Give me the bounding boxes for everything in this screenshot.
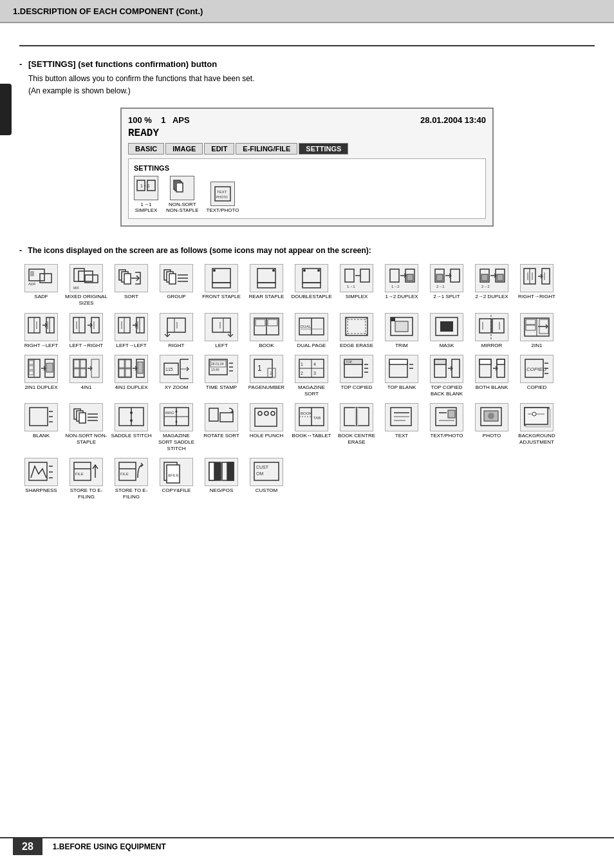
icon-label-1-2-duplex: 1→2 DUPLEX — [385, 294, 418, 300]
svg-point-242 — [488, 413, 494, 419]
svg-text:1: 1 — [301, 362, 303, 366]
dash2: - — [19, 246, 22, 255]
icon-label-sharpness: SHARPNESS — [25, 487, 57, 494]
svg-rect-256 — [119, 462, 136, 480]
icon-label-2in1-duplex: 2IN1 DUPLEX — [24, 384, 57, 391]
icon-sharpness: SHARPNESS — [19, 458, 63, 500]
svg-rect-41 — [390, 269, 399, 282]
icon-label-blank: BLANK — [33, 433, 50, 439]
svg-rect-37 — [345, 269, 354, 282]
screen-top-bar: 100 % 1 APS 28.01.2004 13:40 — [128, 115, 486, 125]
svg-point-32 — [272, 269, 275, 272]
icon-simplex: 1→1 SIMPLEX — [335, 264, 378, 306]
svg-rect-108 — [391, 317, 395, 321]
icon-page-number: 1 2 PAGENUMBER — [245, 355, 288, 397]
left-section-tab — [0, 84, 12, 135]
svg-rect-107 — [395, 321, 408, 332]
icon-label-book-tablet: BOOK↔TABLET — [292, 433, 331, 439]
icon-non-sort-non-staple: NON-SORT NON-STAPLE — [64, 403, 108, 451]
icon-label-double-staple: DOUBLESTAPLE — [292, 294, 332, 300]
icon-store-efiling-1: FILE STORE TO E-FILING — [64, 458, 108, 500]
icon-label-top-copied: TOP COPIED — [340, 384, 372, 391]
tab-image[interactable]: IMAGE — [165, 143, 203, 155]
icon-magazine-sort: 1 4 2 3 MAGAZINE SORT — [290, 355, 333, 397]
svg-rect-110 — [440, 321, 453, 332]
icon-store-efiling-2: FILE STORE TO E-FILING — [109, 458, 153, 500]
svg-rect-197 — [30, 408, 48, 426]
svg-text:2→1: 2→1 — [436, 285, 445, 288]
page-header: 1.DESCRIPTION OF EACH COMPONENT (Cont.) — [0, 0, 614, 23]
svg-rect-135 — [74, 369, 79, 377]
icon-mask: MASK — [425, 313, 469, 349]
svg-text:2: 2 — [301, 371, 303, 375]
svg-rect-47 — [436, 274, 443, 281]
icon-left-left: LEFT→LEFT — [109, 313, 153, 349]
icon-1-2-duplex: 1→2 1→2 DUPLEX — [380, 264, 423, 306]
tab-basic[interactable]: BASIC — [128, 143, 164, 155]
svg-rect-238 — [448, 410, 455, 418]
svg-rect-10 — [30, 271, 34, 276]
svg-rect-118 — [526, 319, 535, 325]
tab-settings[interactable]: SETTINGS — [299, 143, 348, 155]
icon-rotate-sort: ROTATE SORT — [200, 403, 243, 451]
icon-label-4in1: 4IN1 — [81, 384, 92, 391]
icon-label-top-blank: TOP BLANK — [387, 384, 416, 391]
svg-rect-148 — [138, 362, 143, 373]
icon-label-simplex: SIMPLEX — [346, 294, 368, 300]
icon-text-photo: TEXT/PHOTO — [425, 403, 469, 451]
icon-label-2-1-split: 2→1 SPLIT — [433, 294, 460, 300]
icon-label-left-left: LEFT→LEFT — [116, 343, 146, 349]
svg-text:2→2: 2→2 — [481, 285, 490, 288]
icon-label-neg-pos: NEG/POS — [210, 487, 233, 494]
settings-body: This button allows you to confirm the fu… — [28, 73, 595, 97]
icon-top-copied-back-blank: TOP COPIED BACK BLANK — [425, 355, 469, 397]
svg-rect-100 — [346, 317, 367, 335]
main-content: - [SETTINGS] (set functions confirmation… — [0, 23, 614, 523]
icon-label-rear-staple: REAR STAPLE — [249, 294, 284, 300]
icon-magazine-sort-saddle: MAG MAGAZINE SORT SADDLE STITCH — [154, 403, 198, 451]
dash1: - — [19, 59, 22, 69]
svg-rect-245 — [525, 408, 548, 424]
icon-label-group: GROUP — [167, 294, 185, 300]
icon-label-xy-zoom: XY ZOOM — [165, 384, 189, 391]
svg-rect-49 — [451, 269, 460, 282]
icon-label-front-staple: FRONT STAPLE — [202, 294, 241, 300]
svg-point-220 — [258, 411, 262, 415]
svg-rect-95 — [268, 319, 277, 326]
screen-icon-non-sort: NON-SORTNON-STAPLE — [166, 176, 199, 213]
tab-efiling[interactable]: E-FILING/FILE — [236, 143, 297, 155]
settings-heading-text: [SETTINGS] (set functions confirmation) … — [28, 59, 217, 69]
icon-background-adjustment: BACKGROUND ADJUSTMENT — [515, 403, 559, 451]
svg-rect-129 — [46, 363, 53, 372]
svg-point-215 — [176, 411, 178, 413]
screen-tabs: BASIC IMAGE EDIT E-FILING/FILE SETTINGS — [128, 143, 486, 155]
top-divider — [19, 45, 595, 46]
svg-rect-126 — [29, 371, 33, 375]
settings-line1: This button allows you to confirm the fu… — [28, 73, 595, 85]
svg-rect-23 — [169, 274, 176, 284]
svg-rect-265 — [227, 462, 234, 480]
icon-label-magazine-sort: MAGAZINE SORT — [290, 384, 333, 397]
screen-icon-textphoto: TEXT PHOTO TEXT/PHOTO — [207, 182, 239, 213]
svg-text:1→2: 1→2 — [391, 285, 400, 288]
svg-text:13:40: 13:40 — [211, 368, 219, 372]
icon-copy-file: &FILE COPY&FILE — [154, 458, 198, 500]
icon-right-right: RIGHT→RIGHT — [515, 264, 559, 306]
icon-front-staple: FRONT STAPLE — [200, 264, 243, 306]
icon-photo: PHOTO — [470, 403, 514, 451]
svg-rect-34 — [302, 283, 321, 288]
svg-rect-12 — [40, 274, 51, 283]
svg-text:FILE: FILE — [75, 472, 84, 476]
icon-left: LEFT — [200, 313, 243, 349]
svg-rect-39 — [360, 269, 369, 282]
tab-edit[interactable]: EDIT — [204, 143, 234, 155]
svg-rect-145 — [126, 369, 131, 377]
icon-label-left: LEFT — [215, 343, 228, 349]
svg-rect-94 — [256, 319, 265, 326]
svg-rect-52 — [481, 274, 488, 281]
svg-rect-111 — [479, 319, 491, 333]
icon-label-text-photo: TEXT/PHOTO — [431, 433, 463, 439]
icon-label-right-right: RIGHT→RIGHT — [518, 294, 555, 300]
screen-body: SETTINGS 1→1 1→1SIMPLEX — [128, 158, 486, 219]
svg-text:OM: OM — [256, 471, 263, 476]
